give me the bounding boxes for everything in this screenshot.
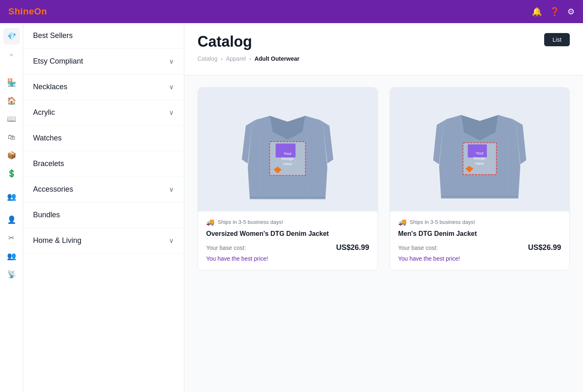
top-nav: ShineOn 🔔 ❓ ⚙ [0, 0, 583, 23]
sidebar-item-bracelets[interactable]: Bracelets [23, 151, 184, 176]
icon-sidebar: 💎 » 🏪 🏠 📖 🛍 📦 💲 👥 👤 [0, 23, 23, 392]
breadcrumb-apparel[interactable]: Apparel [226, 55, 246, 62]
breadcrumb: Catalog › Apparel › Adult Outerwear [198, 55, 570, 69]
product-image-container-1: Your Design Here [198, 88, 378, 211]
accessories-label: Accessories [33, 185, 73, 194]
sidebar-item-watches[interactable]: Watches [23, 126, 184, 151]
shipping-icon-2: 🚚 [398, 218, 407, 226]
product-name-1: Oversized Women's DTG Denim Jacket [206, 230, 369, 238]
sidebar-item-bundles[interactable]: Bundles [23, 202, 184, 228]
sidebar-item-acrylic[interactable]: Acrylic ∨ [23, 100, 184, 125]
price-label-2: Your base cost: [398, 245, 438, 251]
product-info-2: 🚚 Ships in 3-5 business days! Men's DTG … [390, 211, 570, 270]
necklaces-chevron-icon: ∨ [169, 83, 174, 91]
header-top-row: Catalog List [198, 33, 570, 55]
acrylic-chevron-icon: ∨ [169, 109, 174, 116]
sidebar-item-store[interactable]: 🏪 [3, 74, 20, 91]
svg-text:Design: Design [281, 156, 294, 161]
shipping-badge-1: 🚚 Ships in 3-5 business days! [206, 218, 369, 226]
expand-icon: » [10, 51, 13, 58]
profile-icon: 👤 [7, 215, 16, 224]
sidebar-item-catalog[interactable]: 📖 [3, 111, 20, 127]
product-jacket-svg-1: Your Design Here [238, 96, 337, 203]
list-button[interactable]: List [544, 33, 570, 46]
team-icon: 👥 [7, 252, 16, 261]
sidebar-item-etsy-compliant[interactable]: Etsy Compliant ∨ [23, 49, 184, 74]
sidebar-item-profile[interactable]: 👤 [3, 211, 20, 228]
sidebar-item-orders[interactable]: 🛍 [3, 129, 20, 145]
svg-text:Your: Your [476, 151, 484, 155]
sidebar-item-customers[interactable]: 👥 [3, 188, 20, 205]
sidebar-item-earnings[interactable]: 💲 [3, 165, 20, 182]
help-icon[interactable]: ❓ [550, 7, 560, 17]
watches-label: Watches [33, 134, 62, 143]
svg-text:Design: Design [474, 156, 486, 160]
sidebar-expand-button[interactable]: » [3, 46, 20, 63]
price-label-1: Your base cost: [206, 245, 246, 251]
etsy-compliant-label: Etsy Compliant [33, 57, 83, 66]
home-living-label: Home & Living [33, 236, 81, 245]
sidebar-section-necklaces: Necklaces ∨ [23, 74, 184, 100]
home-icon: 🏠 [7, 96, 16, 105]
shipping-icon-1: 🚚 [206, 218, 214, 226]
sidebar-item-diamond[interactable]: 💎 [3, 28, 20, 45]
acrylic-label: Acrylic [33, 108, 55, 117]
sidebar-section-best-sellers: Best Sellers [23, 23, 184, 49]
etsy-chevron-icon: ∨ [169, 57, 174, 65]
sidebar-section-bundles: Bundles [23, 202, 184, 228]
bracelets-label: Bracelets [33, 159, 64, 168]
catalog-sidebar: Best Sellers Etsy Compliant ∨ Necklaces … [23, 23, 184, 392]
sidebar-item-tools[interactable]: ✂ [3, 230, 20, 246]
svg-text:Here: Here [283, 162, 292, 166]
shipping-badge-2: 🚚 Ships in 3-5 business days! [398, 218, 562, 226]
sidebar-item-home[interactable]: 🏠 [3, 93, 20, 109]
cube-icon: 📦 [7, 151, 16, 160]
bundles-label: Bundles [33, 211, 60, 219]
sidebar-section-bracelets: Bracelets [23, 151, 184, 177]
breadcrumb-sep-2: › [249, 55, 251, 62]
sidebar-item-home-living[interactable]: Home & Living ∨ [23, 228, 184, 253]
content-area: Catalog List Catalog › Apparel › Adult O… [184, 23, 583, 392]
product-info-1: 🚚 Ships in 3-5 business days! Oversized … [198, 211, 378, 270]
notification-icon[interactable]: 🔔 [532, 7, 542, 17]
nav-icons: 🔔 ❓ ⚙ [532, 7, 575, 17]
dollar-icon: 💲 [7, 169, 16, 178]
svg-text:Your: Your [284, 151, 292, 156]
integrations-icon: 📡 [7, 270, 16, 279]
page-title: Catalog [198, 33, 252, 50]
price-row-2: Your base cost: US$26.99 [398, 243, 562, 252]
tools-icon: ✂ [8, 233, 14, 242]
sidebar-item-accessories[interactable]: Accessories ∨ [23, 177, 184, 202]
logo[interactable]: ShineOn [8, 6, 47, 17]
user-menu-icon[interactable]: ⚙ [567, 7, 575, 17]
scrollable-content: Your Design Here 🚚 S [184, 76, 583, 392]
product-jacket-svg-2: Your Design Here [430, 96, 529, 203]
sidebar-section-home-living: Home & Living ∨ [23, 228, 184, 254]
sidebar-item-products[interactable]: 📦 [3, 147, 20, 164]
sidebar-section-acrylic: Acrylic ∨ [23, 100, 184, 126]
breadcrumb-current: Adult Outerwear [255, 55, 300, 62]
best-price-2: You have the best price! [398, 255, 562, 262]
home-living-chevron-icon: ∨ [169, 237, 174, 245]
shipping-text-1: Ships in 3-5 business days! [218, 219, 283, 225]
sidebar-item-team[interactable]: 👥 [3, 248, 20, 264]
sidebar-item-integrations[interactable]: 📡 [3, 266, 20, 283]
breadcrumb-catalog[interactable]: Catalog [198, 55, 217, 62]
main-layout: 💎 » 🏪 🏠 📖 🛍 📦 💲 👥 👤 [0, 23, 583, 392]
sidebar-section-etsy: Etsy Compliant ∨ [23, 49, 184, 74]
sidebar-section-watches: Watches [23, 126, 184, 151]
accessories-chevron-icon: ∨ [169, 185, 174, 193]
product-name-2: Men's DTG Denim Jacket [398, 230, 562, 238]
book-icon: 📖 [7, 114, 16, 124]
best-price-1: You have the best price! [206, 255, 369, 262]
product-card-1[interactable]: Your Design Here 🚚 S [198, 87, 378, 271]
product-card-2[interactable]: Your Design Here 🚚 S [390, 87, 570, 271]
sidebar-section-accessories: Accessories ∨ [23, 177, 184, 202]
shipping-text-2: Ships in 3-5 business days! [410, 219, 475, 225]
sidebar-item-necklaces[interactable]: Necklaces ∨ [23, 74, 184, 100]
diamond-icon: 💎 [7, 32, 16, 41]
customers-icon: 👥 [7, 192, 16, 201]
sidebar-item-best-sellers[interactable]: Best Sellers [23, 23, 184, 48]
price-row-1: Your base cost: US$26.99 [206, 243, 369, 252]
price-value-2: US$26.99 [528, 243, 561, 252]
